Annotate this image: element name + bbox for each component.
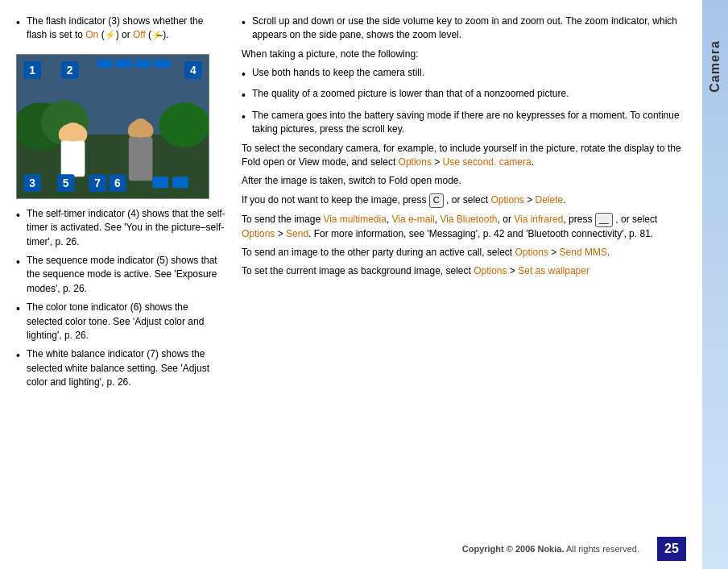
list-item: The self-timer indicator (4) shows that … — [16, 207, 225, 249]
list-item: The quality of a zoomed picture is lower… — [242, 87, 686, 103]
svg-rect-31 — [154, 60, 170, 68]
use-second-camera-link: Use second. camera — [443, 156, 532, 168]
when-taking-bullets: Use both hands to keep the camera still.… — [242, 66, 686, 141]
svg-text:5: 5 — [63, 177, 69, 189]
flash-on-icon: ⚡ — [105, 30, 116, 39]
via-multimedia-link: Via multimedia — [323, 214, 386, 225]
rights-reserved-text: All rights reserved. — [566, 544, 639, 554]
options-link-1: Options — [399, 156, 432, 168]
svg-point-11 — [159, 102, 209, 147]
camera-viewfinder: 1 2 4 3 5 7 — [16, 54, 209, 199]
list-item: The sequence mode indicator (5) shows th… — [16, 254, 225, 296]
set-as-wallpaper-link: Set as wallpaper — [518, 265, 589, 276]
list-item: The camera goes into the battery saving … — [242, 109, 686, 137]
fold-open-para: After the image is taken, switch to Fold… — [242, 174, 686, 188]
svg-rect-29 — [116, 60, 132, 68]
off-label: Off — [133, 29, 146, 40]
svg-text:3: 3 — [29, 177, 35, 189]
c-key-icon: C — [429, 193, 444, 208]
list-item: The color tone indicator (6) shows the s… — [16, 301, 225, 343]
on-label: On — [85, 29, 98, 40]
via-email-link: Via e-mail — [392, 214, 435, 225]
svg-text:6: 6 — [114, 177, 121, 189]
via-bluetooth-link: Via Bluetooth — [440, 214, 497, 225]
scroll-zoom-item: Scroll up and down or use the side volum… — [242, 15, 686, 43]
list-item: Use both hands to keep the camera still. — [242, 66, 686, 82]
send-icon: __ — [595, 213, 613, 227]
send-mms-link: Send MMS — [560, 247, 607, 258]
svg-text:4: 4 — [190, 64, 196, 77]
send-mms-para: To send an image to the other party duri… — [242, 246, 686, 260]
svg-rect-30 — [135, 60, 151, 68]
left-column: The flash indicator (3) shows whether th… — [16, 15, 225, 532]
svg-rect-6 — [61, 141, 85, 177]
main-content: The flash indicator (3) shows whether th… — [0, 0, 702, 569]
list-item: The white balance indicator (7) shows th… — [16, 347, 225, 389]
flash-off-icon: ⚡̶ — [151, 30, 163, 39]
svg-rect-9 — [129, 137, 153, 181]
delete-link: Delete — [536, 194, 564, 206]
send-link: Send — [286, 228, 308, 239]
options-link-3: Options — [242, 228, 275, 239]
svg-point-7 — [64, 123, 83, 142]
options-link-5: Options — [474, 265, 507, 276]
right-top-bullets: Scroll up and down or use the side volum… — [242, 15, 686, 48]
send-image-para: To send the image Via multimedia, Via e-… — [242, 213, 686, 241]
svg-rect-26 — [152, 177, 168, 188]
keep-image-para: If you do not want to keep the image, pr… — [242, 193, 686, 208]
footer: Copyright © 2006 Nokia. All rights reser… — [16, 532, 686, 561]
copyright-text: Copyright © 2006 Nokia. All rights reser… — [462, 544, 639, 554]
when-taking-heading: When taking a picture, note the followin… — [242, 48, 686, 61]
scroll-zoom-text: Scroll up and down or use the side volum… — [252, 15, 686, 43]
page-number: 25 — [664, 542, 679, 556]
set-wallpaper-para: To set the current image as background i… — [242, 264, 686, 278]
flash-indicator-item: The flash indicator (3) shows whether th… — [16, 15, 225, 43]
svg-rect-28 — [97, 60, 113, 68]
page-number-box: 25 — [657, 537, 686, 561]
right-column: Scroll up and down or use the side volum… — [242, 15, 686, 532]
svg-text:7: 7 — [94, 177, 101, 189]
right-sidebar: Camera — [702, 0, 728, 569]
sidebar-camera-label: Camera — [708, 40, 722, 93]
flash-indicator-text: The flash indicator (3) shows whether th… — [27, 15, 225, 43]
secondary-camera-para: To select the secondary camera, for exam… — [242, 142, 686, 170]
options-link-2: Options — [490, 194, 523, 206]
svg-text:2: 2 — [67, 64, 73, 77]
svg-text:1: 1 — [29, 64, 35, 77]
copyright-bold: Copyright © 2006 Nokia. — [462, 544, 565, 554]
left-bullets: The self-timer indicator (4) shows that … — [16, 207, 225, 395]
svg-point-10 — [132, 118, 150, 138]
via-infrared-link: Via infrared — [514, 214, 563, 225]
svg-rect-27 — [172, 177, 188, 188]
options-link-4: Options — [515, 247, 548, 258]
